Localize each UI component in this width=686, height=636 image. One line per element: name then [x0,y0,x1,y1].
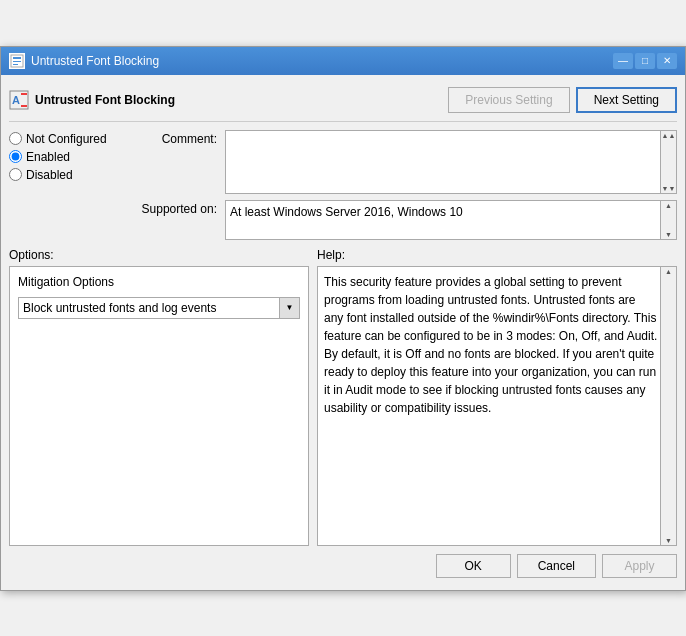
supported-on-scrollbar: ▲ ▼ [660,201,676,239]
title-bar-left: Untrusted Font Blocking [9,53,159,69]
supported-on-label: Supported on: [137,200,217,216]
radio-disabled-input[interactable] [9,168,22,181]
ok-button[interactable]: OK [436,554,511,578]
content-area: A Untrusted Font Blocking Previous Setti… [1,75,685,590]
minimize-button[interactable]: — [613,53,633,69]
header-buttons: Previous Setting Next Setting [448,87,677,113]
help-section-label: Help: [317,248,677,262]
title-bar: Untrusted Font Blocking — □ ✕ [1,47,685,75]
comment-scrollbar: ▲ ▼ [661,130,677,194]
radio-group: Not Configured Enabled Disabled [9,132,129,182]
scroll-up-arrow[interactable]: ▲ [662,132,676,139]
scroll-down-arrow[interactable]: ▼ [662,185,676,192]
radio-enabled-input[interactable] [9,150,22,163]
comment-label: Comment: [137,130,217,146]
help-panel: This security feature provides a global … [317,266,677,546]
dropdown-wrapper[interactable]: Block untrusted fonts and log eventsAudi… [18,297,300,319]
options-panel: Mitigation Options Block untrusted fonts… [9,266,309,546]
header-title-text: Untrusted Font Blocking [35,93,175,107]
window-icon [9,53,25,69]
header-row: A Untrusted Font Blocking Previous Setti… [9,83,677,122]
footer-row: OK Cancel Apply [9,546,677,582]
radio-not-configured[interactable]: Not Configured [9,132,129,146]
comment-area: ▲ ▼ [225,130,677,194]
header-title: A Untrusted Font Blocking [9,90,175,110]
apply-button[interactable]: Apply [602,554,677,578]
main-form: Not Configured Enabled Disabled Comm [9,130,677,240]
radio-section: Not Configured Enabled Disabled [9,130,129,240]
supported-scroll-up[interactable]: ▲ [665,202,672,209]
title-bar-title: Untrusted Font Blocking [31,54,159,68]
svg-rect-3 [13,64,18,65]
svg-text:A: A [12,94,20,106]
help-scroll-down[interactable]: ▼ [665,537,672,544]
previous-setting-button[interactable]: Previous Setting [448,87,569,113]
radio-not-configured-label: Not Configured [26,132,107,146]
dropdown-arrow-icon[interactable]: ▼ [279,298,299,318]
maximize-button[interactable]: □ [635,53,655,69]
help-scrollbar: ▲ ▼ [660,267,676,545]
supported-scroll-down[interactable]: ▼ [665,231,672,238]
svg-rect-2 [13,61,21,62]
radio-enabled-label: Enabled [26,150,70,164]
title-bar-controls: — □ ✕ [613,53,677,69]
radio-enabled[interactable]: Enabled [9,150,129,164]
radio-disabled-label: Disabled [26,168,73,182]
help-scroll-up[interactable]: ▲ [665,268,672,275]
mitigation-options-select[interactable]: Block untrusted fonts and log eventsAudi… [19,298,279,318]
supported-on-field: At least Windows Server 2016, Windows 10… [225,200,677,240]
cancel-button[interactable]: Cancel [517,554,596,578]
comment-field-wrapper: ▲ ▼ [225,130,677,194]
options-section-label: Options: [9,248,309,262]
bottom-panels: Mitigation Options Block untrusted fonts… [9,266,677,546]
main-window: Untrusted Font Blocking — □ ✕ A Untruste… [0,46,686,591]
comment-row: Comment: ▲ ▼ [137,130,677,194]
svg-rect-1 [13,57,21,59]
close-button[interactable]: ✕ [657,53,677,69]
supported-on-row: Supported on: At least Windows Server 20… [137,200,677,240]
section-labels: Options: Help: [9,248,677,262]
radio-not-configured-input[interactable] [9,132,22,145]
right-section: Comment: ▲ ▼ Supported on: [137,130,677,240]
next-setting-button[interactable]: Next Setting [576,87,677,113]
supported-on-value: At least Windows Server 2016, Windows 10 [226,201,660,239]
radio-disabled[interactable]: Disabled [9,168,129,182]
header-icon: A [9,90,29,110]
supported-on-wrapper: At least Windows Server 2016, Windows 10… [225,200,677,240]
help-text: This security feature provides a global … [318,267,676,545]
options-panel-title: Mitigation Options [18,275,300,289]
comment-textarea[interactable] [225,130,661,194]
